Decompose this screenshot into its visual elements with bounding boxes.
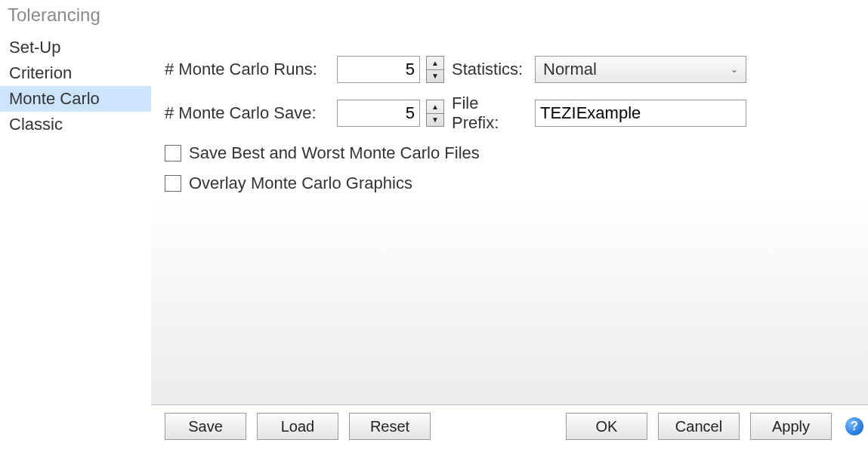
dialog-title: Tolerancing — [0, 0, 868, 32]
reset-button[interactable]: Reset — [349, 413, 431, 440]
save-count-input[interactable] — [337, 100, 420, 127]
button-bar: Save Load Reset OK Cancel Apply ? — [151, 404, 868, 449]
runs-spin-up[interactable]: ▲ — [427, 57, 443, 70]
sidebar-item-monte-carlo[interactable]: Monte Carlo — [0, 86, 151, 112]
button-label: Apply — [772, 418, 810, 435]
runs-label: # Monte Carlo Runs: — [165, 60, 329, 79]
sidebar-item-criterion[interactable]: Criterion — [0, 60, 151, 86]
runs-spinner: ▲ ▼ — [426, 56, 444, 83]
sidebar-item-label: Classic — [9, 115, 63, 134]
statistics-value: Normal — [543, 60, 597, 79]
button-label: Save — [188, 418, 223, 435]
runs-spin-down[interactable]: ▼ — [427, 70, 443, 83]
save-spin-up[interactable]: ▲ — [427, 100, 443, 114]
button-label: Load — [281, 418, 315, 435]
button-label: OK — [596, 418, 618, 435]
runs-input[interactable] — [337, 56, 420, 83]
overlay-graphics-checkbox[interactable] — [165, 175, 181, 192]
help-icon[interactable]: ? — [845, 417, 863, 435]
statistics-select[interactable]: Normal ⌄ — [535, 56, 746, 83]
sidebar-item-label: Criterion — [9, 63, 72, 82]
file-prefix-label: File Prefix: — [452, 94, 527, 133]
sidebar-item-label: Set-Up — [9, 38, 60, 57]
save-button[interactable]: Save — [165, 413, 246, 440]
sidebar-item-classic[interactable]: Classic — [0, 112, 151, 137]
cancel-button[interactable]: Cancel — [658, 413, 740, 440]
save-spinner: ▲ ▼ — [426, 100, 444, 127]
form-panel: # Monte Carlo Runs: ▲ ▼ Statistics: Norm… — [151, 56, 868, 404]
file-prefix-input[interactable] — [535, 100, 746, 127]
chevron-down-icon: ▼ — [431, 115, 439, 124]
button-label: Reset — [370, 418, 409, 435]
chevron-down-icon: ▼ — [431, 72, 439, 80]
save-best-worst-label: Save Best and Worst Monte Carlo Files — [189, 143, 480, 163]
question-icon: ? — [851, 420, 858, 433]
sidebar-item-label: Monte Carlo — [9, 89, 100, 108]
ok-button[interactable]: OK — [566, 413, 647, 440]
save-best-worst-checkbox[interactable] — [165, 145, 181, 161]
button-label: Cancel — [675, 418, 722, 435]
sidebar: Set-Up Criterion Monte Carlo Classic — [0, 32, 151, 449]
chevron-up-icon: ▲ — [431, 59, 439, 67]
chevron-down-icon: ⌄ — [731, 64, 738, 75]
save-count-label: # Monte Carlo Save: — [165, 103, 329, 123]
sidebar-item-setup[interactable]: Set-Up — [0, 35, 151, 60]
statistics-label: Statistics: — [452, 60, 527, 79]
overlay-graphics-label: Overlay Monte Carlo Graphics — [189, 174, 412, 193]
chevron-up-icon: ▲ — [431, 103, 439, 111]
load-button[interactable]: Load — [257, 413, 338, 440]
save-spin-down[interactable]: ▼ — [427, 114, 443, 127]
apply-button[interactable]: Apply — [750, 413, 832, 440]
